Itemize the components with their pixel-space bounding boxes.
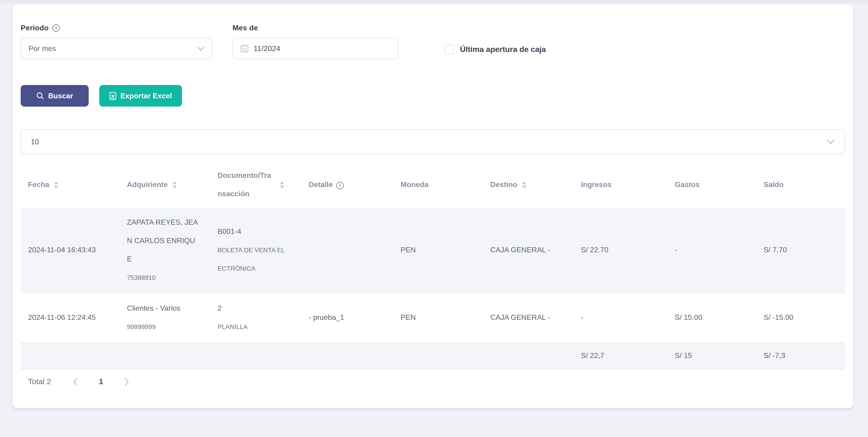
cell-saldo: S/ 7.70 (756, 208, 845, 293)
mes-label: Mes de (232, 24, 258, 32)
cell-fecha: 2024-11-06 12:24:45 (21, 293, 120, 342)
pagination-total: Total 2 (28, 377, 51, 386)
pagesize-value: 10 (31, 137, 39, 146)
ultima-apertura-label: Última apertura de caja (460, 45, 546, 54)
periodo-label-row: Periodo i (21, 24, 212, 32)
cell-moneda: PEN (393, 208, 483, 293)
cell-gastos: S/ 15.00 (668, 293, 756, 342)
page-number-1[interactable]: 1 (99, 377, 103, 386)
table-header-row: Fecha Adquiriente Documento/Transacción … (21, 162, 845, 208)
detalle-info-icon[interactable]: i (336, 182, 344, 189)
col-header-documento-transaccion[interactable]: Documento/Transacción (210, 162, 301, 208)
col-header-fecha[interactable]: Fecha (21, 162, 120, 208)
periodo-field-group: Periodo i Por mes (21, 24, 212, 59)
cell-destino: CAJA GENERAL - (483, 293, 574, 342)
totals-empty (210, 342, 301, 369)
chevron-down-icon (197, 46, 205, 51)
calendar-icon (240, 44, 249, 53)
chevron-down-icon (827, 139, 835, 144)
next-page-button[interactable] (122, 377, 132, 387)
buscar-button-label: Buscar (48, 92, 73, 100)
col-header-destino[interactable]: Destino (483, 162, 574, 208)
totals-gastos: S/ 15 (668, 342, 756, 369)
cell-adquiriente: ZAPATA REYES, JEAN CARLOS ENRIQUE 753889… (120, 208, 210, 293)
col-header-adquiriente[interactable]: Adquiriente (120, 162, 210, 208)
movements-table: Fecha Adquiriente Documento/Transacción … (21, 162, 845, 369)
col-header-moneda: Moneda (393, 162, 483, 208)
sort-icon[interactable] (54, 182, 59, 188)
periodo-select[interactable]: Por mes (21, 38, 212, 59)
sort-icon[interactable] (280, 181, 285, 188)
periodo-label: Periodo (21, 24, 49, 32)
periodo-info-icon[interactable]: i (52, 24, 60, 32)
cell-moneda: PEN (393, 293, 483, 342)
cell-ingresos: S/ 22.70 (574, 208, 668, 293)
totals-empty (120, 342, 210, 369)
mes-field-group: Mes de 11/2024 (232, 24, 398, 59)
pagesize-row: 10 (12, 129, 853, 154)
totals-empty (21, 342, 120, 369)
totals-saldo: S/ -7,3 (756, 342, 845, 369)
cell-documento: B001-4 BOLETA DE VENTA ELECTRÓNICA (210, 208, 301, 293)
cell-adquiriente: Clientes - Varios 99999999 (120, 293, 210, 342)
page: Periodo i Por mes Mes de (0, 0, 868, 437)
table-row: 2024-11-04 16:43:43 ZAPATA REYES, JEAN C… (21, 208, 845, 293)
sort-icon[interactable] (522, 182, 527, 188)
pagesize-select[interactable]: 10 (21, 129, 845, 154)
filters-row: Periodo i Por mes Mes de (12, 24, 853, 59)
ultima-apertura-checkbox[interactable] (444, 44, 454, 54)
previous-page-button[interactable] (70, 377, 81, 387)
ultima-apertura-checkbox-group[interactable]: Última apertura de caja (444, 44, 546, 54)
totals-row: S/ 22,7 S/ 15 S/ -7,3 (21, 342, 845, 369)
chevron-right-icon (124, 377, 129, 386)
chevron-left-icon (72, 377, 78, 386)
periodo-select-value: Por mes (29, 44, 56, 53)
cell-documento: 2 PLANILLA (210, 293, 301, 342)
sort-icon[interactable] (172, 182, 177, 188)
cell-detalle (301, 208, 393, 293)
cell-destino: CAJA GENERAL - (483, 208, 574, 293)
cell-gastos: - (668, 208, 756, 293)
totals-empty (301, 342, 393, 369)
cell-saldo: S/ -15.00 (756, 293, 845, 342)
totals-ingresos: S/ 22,7 (574, 342, 668, 369)
mes-label-row: Mes de (232, 24, 398, 32)
buscar-button[interactable]: Buscar (21, 85, 89, 106)
cell-ingresos: - (574, 293, 668, 342)
report-card: Periodo i Por mes Mes de (12, 5, 853, 408)
mes-date-input[interactable]: 11/2024 (232, 38, 398, 59)
exportar-excel-button-label: Exportar Excel (120, 92, 172, 100)
totals-empty (393, 342, 483, 369)
exportar-excel-button[interactable]: Exportar Excel (99, 85, 182, 106)
col-header-ingresos: Ingresos (574, 162, 668, 208)
col-header-saldo: Saldo (756, 162, 845, 208)
table-row: 2024-11-06 12:24:45 Clientes - Varios 99… (21, 293, 845, 342)
table-wrap: Fecha Adquiriente Documento/Transacción … (12, 162, 853, 369)
excel-file-icon (110, 92, 116, 100)
mes-date-value: 11/2024 (254, 44, 280, 53)
cell-detalle: - prueba_1 (301, 293, 393, 342)
col-header-gastos: Gastos (668, 162, 756, 208)
actions-row: Buscar Exportar Excel (12, 85, 853, 106)
cell-fecha: 2024-11-04 16:43:43 (21, 208, 120, 293)
top-strip (0, 0, 868, 3)
pagination-row: Total 2 1 (12, 369, 853, 387)
col-header-detalle: Detallei (301, 162, 393, 208)
totals-empty (483, 342, 574, 369)
search-icon (36, 92, 44, 100)
